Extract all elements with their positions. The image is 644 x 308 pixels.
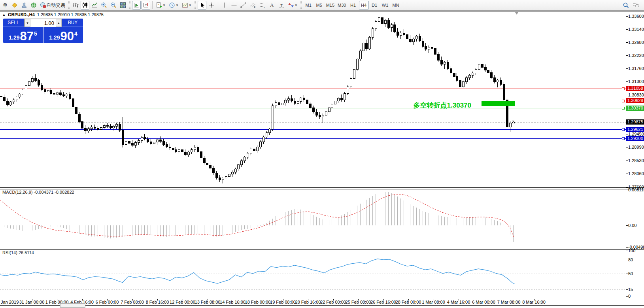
crosshair-icon[interactable]: [207, 1, 216, 9]
autotrading-icon: [40, 2, 46, 8]
tab-M30[interactable]: M30: [336, 1, 347, 9]
sell-button[interactable]: SELL: [3, 19, 24, 27]
svg-text:T: T: [280, 4, 283, 8]
sell-price-sup: 5: [34, 31, 37, 36]
cursor-icon[interactable]: [198, 1, 206, 9]
pivot-annotation-text: 多空转折点1.30370: [414, 101, 471, 110]
volume-field-wrap: ▼ 1.00 ▲: [24, 19, 62, 27]
price-axis[interactable]: [626, 11, 644, 299]
tab-H4[interactable]: H4: [359, 1, 369, 9]
timeframe-bar: M1M5M15M30H1H4D1W1MN: [304, 1, 401, 9]
symbol-title: GBPUSD-,H4: [8, 12, 35, 17]
chevron-down-icon: ▼: [295, 4, 298, 7]
svg-text:F: F: [264, 6, 265, 9]
tab-M15[interactable]: M15: [325, 1, 336, 9]
buy-button[interactable]: BUY: [62, 19, 83, 27]
tile-windows-icon[interactable]: [119, 1, 127, 9]
bar-chart-icon[interactable]: [71, 1, 80, 9]
autotrading-label: 自动交易: [46, 2, 65, 9]
chevron-down-icon: ▼: [162, 4, 166, 7]
tab-M1[interactable]: M1: [304, 1, 314, 9]
sell-price-small: 1.29: [9, 35, 19, 40]
text-label-tool-icon[interactable]: T: [277, 1, 286, 9]
toolbar-grip[interactable]: [68, 1, 70, 9]
chevron-down-icon: ▼: [176, 4, 179, 7]
chevron-down-icon: ▼: [189, 4, 192, 7]
buy-price-small: 1.29: [49, 35, 60, 40]
text-tool-button[interactable]: A: [268, 1, 276, 9]
indicators-button[interactable]: ▼: [155, 1, 167, 9]
zoom-in-icon[interactable]: [100, 1, 108, 9]
tab-W1[interactable]: W1: [380, 1, 390, 9]
macd-label: MACD(12,26,9) -0.004371 -0.002822: [2, 190, 74, 195]
time-axis[interactable]: [0, 299, 626, 306]
line-chart-icon[interactable]: [90, 1, 99, 9]
toolbar-grip[interactable]: [129, 1, 130, 9]
toolbar: 单 自动交易 ▼ ▼ ▼ E F A T ▼ M1M5M15M: [0, 0, 644, 11]
collapse-panel-icon[interactable]: ▲: [2, 13, 6, 17]
volume-step-up-button[interactable]: ▲: [56, 19, 62, 27]
tab-D1[interactable]: D1: [370, 1, 380, 9]
svg-text:E: E: [254, 6, 255, 8]
volume-input[interactable]: 1.00: [30, 19, 56, 27]
symbol-ohlc-bar: ▲ GBPUSD-,H4 1.29835 1.29910 1.29835 1.2…: [2, 12, 104, 17]
mt4-window: 单 自动交易 ▼ ▼ ▼ E F A T ▼ M1M5M15M: [0, 0, 644, 308]
tab-MN[interactable]: MN: [391, 1, 401, 9]
equidistant-channel-icon[interactable]: E: [249, 1, 257, 9]
pivot-highlight-bar: [482, 101, 515, 106]
buy-price-big: 90: [60, 31, 74, 42]
fibonacci-icon[interactable]: F: [258, 1, 267, 9]
vertical-line-icon[interactable]: [220, 1, 229, 9]
ohlc-values: 1.29835 1.29910 1.29835 1.29875: [37, 12, 104, 17]
auto-scroll-icon[interactable]: [132, 1, 141, 9]
new-order-icon[interactable]: [10, 1, 19, 9]
rsi-label: RSI(14) 26.5114: [2, 250, 34, 255]
news-icon[interactable]: [29, 1, 38, 9]
zoom-out-icon[interactable]: [109, 1, 118, 9]
one-click-trading-panel: SELL ▼ 1.00 ▲ BUY 1.29 87 5 1.29 90 4: [3, 19, 83, 43]
buy-price-sup: 4: [74, 31, 77, 36]
chart-area[interactable]: 1.336001.331401.326801.322201.317601.313…: [0, 0, 644, 308]
candlestick-chart-icon[interactable]: [81, 1, 89, 9]
arrows-tool-button[interactable]: ▼: [287, 1, 299, 9]
buy-price-button[interactable]: 1.29 90 4: [43, 27, 83, 43]
toolbar-grip[interactable]: [195, 1, 196, 9]
search-icon[interactable]: [621, 1, 631, 9]
toolbar-grip[interactable]: [300, 1, 302, 9]
horizontal-line-icon[interactable]: [230, 1, 238, 9]
tab-M5[interactable]: M5: [314, 1, 324, 9]
chat-icon[interactable]: [631, 1, 641, 9]
periods-button[interactable]: ▼: [168, 1, 180, 9]
volume-step-down-button[interactable]: ▼: [25, 19, 30, 27]
trendline-icon[interactable]: [239, 1, 248, 9]
sell-price-button[interactable]: 1.29 87 5: [3, 27, 43, 43]
clipped-order-button[interactable]: 单: [1, 1, 9, 9]
chart-shift-icon[interactable]: [142, 1, 150, 9]
templates-button[interactable]: ▼: [181, 1, 193, 9]
tab-H1[interactable]: H1: [348, 1, 358, 9]
sell-price-big: 87: [20, 31, 33, 42]
profile-icon[interactable]: [20, 1, 28, 9]
autotrading-button[interactable]: 自动交易: [39, 1, 66, 9]
